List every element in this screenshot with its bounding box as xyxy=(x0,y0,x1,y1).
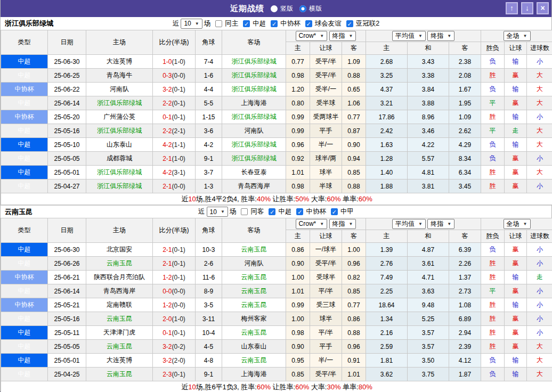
sub-column-header-5: 客 xyxy=(449,230,481,243)
result-handicap: 赢 xyxy=(505,166,527,179)
radio-vertical-icon[interactable] xyxy=(271,5,278,12)
result-winloss: 胜 xyxy=(481,257,505,271)
crow-away-odds: 0.77 xyxy=(342,298,366,312)
sub-column-header-0: 主 xyxy=(286,42,310,55)
avg-away-odds: 4.12 xyxy=(449,354,481,368)
move-down-button[interactable]: ↓ xyxy=(521,2,533,14)
crow-away-odds: 0.88 xyxy=(342,326,366,340)
crow-home-odds: 0.80 xyxy=(286,96,310,110)
avg-home-odds: 2.16 xyxy=(366,326,408,340)
filter-checkbox-4[interactable]: ✓ xyxy=(346,20,353,27)
recent-count-select[interactable]: 10▼ xyxy=(181,19,202,29)
score-cell: 1-0(1-0) xyxy=(153,55,196,69)
recent-results-panel: 近期战绩 竖版 横版 ↑ ↓ × 浙江俱乐部绿城近10▼场同主✓中超✓中协杯✓球… xyxy=(0,0,552,392)
radio-horizontal-icon[interactable] xyxy=(299,5,306,12)
crow-handicap: 平手 xyxy=(310,124,342,138)
away-team: 浙江俱乐部绿城 xyxy=(222,55,286,69)
score-cell: 2-2(0-1) xyxy=(153,96,196,110)
crow-source-select[interactable]: Crow*▼ xyxy=(296,31,328,41)
away-team: 青岛西海岸 xyxy=(222,179,286,193)
league-badge: 中超 xyxy=(1,179,48,193)
score-cell: 2-1(0-1) xyxy=(153,243,196,257)
filter-checkbox-1[interactable]: ✓ xyxy=(269,208,275,215)
corners-cell: 4-8 xyxy=(196,354,222,368)
crow-source-select[interactable]: Crow*▼ xyxy=(296,219,328,229)
league-badge: 中协杯 xyxy=(1,83,48,96)
home-team: 河南队 xyxy=(86,83,153,96)
sub-column-header-2: 客 xyxy=(342,42,366,55)
sub-column-header-5: 客 xyxy=(449,42,481,55)
away-team: 上海海港 xyxy=(222,368,286,381)
scope-select[interactable]: 全场▼ xyxy=(504,219,531,229)
sub-column-header-4: 和 xyxy=(408,42,449,55)
odds-group-scope: 全场▼ xyxy=(481,218,552,230)
corners-cell: 3-7 xyxy=(196,166,222,179)
recent-count-select[interactable]: 10▼ xyxy=(207,207,228,217)
crow-home-odds: 1.00 xyxy=(286,271,310,284)
crow-handicap: 平/半 xyxy=(310,326,342,340)
avg-draw-odds: 3.46 xyxy=(408,124,449,138)
result-goals: 小 xyxy=(527,298,552,312)
result-goals: 大 xyxy=(527,83,552,96)
column-header-2: 主场 xyxy=(86,30,153,55)
score-cell: 3-2(0-1) xyxy=(153,83,196,96)
filter-checkbox-2[interactable]: ✓ xyxy=(271,20,278,27)
result-handicap: 输 xyxy=(505,138,527,152)
crow-home-odds: 0.90 xyxy=(286,340,310,354)
crow-away-odds: 0.65 xyxy=(342,83,366,96)
crow-home-odds: 0.90 xyxy=(286,257,310,271)
result-winloss: 负 xyxy=(481,368,505,381)
sub-column-header-2: 客 xyxy=(342,230,366,243)
crow-handicap: 受平/半 xyxy=(310,257,342,271)
crow-handicap: 受三球 xyxy=(310,298,342,312)
filter-checkbox-1[interactable]: ✓ xyxy=(243,20,250,27)
column-header-4: 角球 xyxy=(196,218,222,243)
filter-checkbox-0[interactable] xyxy=(241,208,248,215)
move-up-button[interactable]: ↑ xyxy=(506,2,518,14)
result-handicap: 赢 xyxy=(505,243,527,257)
table-row: 中超25-05-01浙江俱乐部绿城4-2(3-1)3-7长春亚泰1.01球半0.… xyxy=(1,166,552,179)
home-team: 云南玉昆 xyxy=(86,312,153,326)
corners-cell: 8-9 xyxy=(196,284,222,298)
final-odds-select-2-value: 终指 xyxy=(431,219,443,228)
radio-vertical[interactable]: 竖版 xyxy=(271,4,293,13)
avg-draw-odds: 5.57 xyxy=(408,152,449,166)
filter-checkbox-3[interactable]: ✓ xyxy=(305,20,312,27)
filter-checkbox-0[interactable] xyxy=(215,20,222,27)
league-badge: 中超 xyxy=(1,138,48,152)
filter-checkbox-3[interactable]: ✓ xyxy=(331,208,338,215)
match-date: 25-05-05 xyxy=(48,152,86,166)
result-goals: 小 xyxy=(527,110,552,124)
scope-select-value: 全场 xyxy=(507,219,519,228)
home-team: 陕西联合月亮泊队 xyxy=(86,271,153,284)
close-button[interactable]: × xyxy=(537,2,549,14)
final-odds-select[interactable]: 终指▼ xyxy=(329,31,356,41)
crow-handicap: 受平/半 xyxy=(310,55,342,69)
column-header-5: 客场 xyxy=(222,30,286,55)
final-odds-select-2[interactable]: 终指▼ xyxy=(427,219,454,229)
radio-horizontal[interactable]: 横版 xyxy=(299,4,322,13)
average-source-select[interactable]: 平均值▼ xyxy=(392,219,426,229)
home-team: 成都蓉城 xyxy=(86,152,153,166)
corners-cell: 11-6 xyxy=(196,271,222,284)
avg-away-odds: 3.45 xyxy=(449,179,481,193)
final-odds-select[interactable]: 终指▼ xyxy=(329,219,356,229)
match-date: 25-04-27 xyxy=(48,179,86,193)
page-title: 近期战绩 xyxy=(230,4,264,14)
sub-column-header-8: 进球数 xyxy=(527,230,552,243)
avg-away-odds: 6.34 xyxy=(449,166,481,179)
recent-count-select-value: 10 xyxy=(184,20,191,27)
crow-handicap: 受半/一 xyxy=(310,83,342,96)
final-odds-select-2[interactable]: 终指▼ xyxy=(427,31,454,41)
home-team: 浙江俱乐部绿城 xyxy=(86,96,153,110)
chevron-down-icon: ▼ xyxy=(320,34,324,38)
corners-cell: 4-4 xyxy=(196,83,222,96)
scope-select[interactable]: 全场▼ xyxy=(504,31,531,41)
result-goals: 小 xyxy=(527,312,552,326)
crow-away-odds: 0.82 xyxy=(342,271,366,284)
section-filter-row: 浙江俱乐部绿城近10▼场同主✓中超✓中协杯✓球会友谊✓亚冠联2 xyxy=(1,17,551,30)
crow-source-select-value: Crow* xyxy=(299,220,316,227)
filter-checkbox-2[interactable]: ✓ xyxy=(296,208,303,215)
table-row: 中超25-05-05成都蓉城2-1(1-0)9-1浙江俱乐部绿城0.92球半/两… xyxy=(1,152,552,166)
average-source-select[interactable]: 平均值▼ xyxy=(392,31,426,41)
